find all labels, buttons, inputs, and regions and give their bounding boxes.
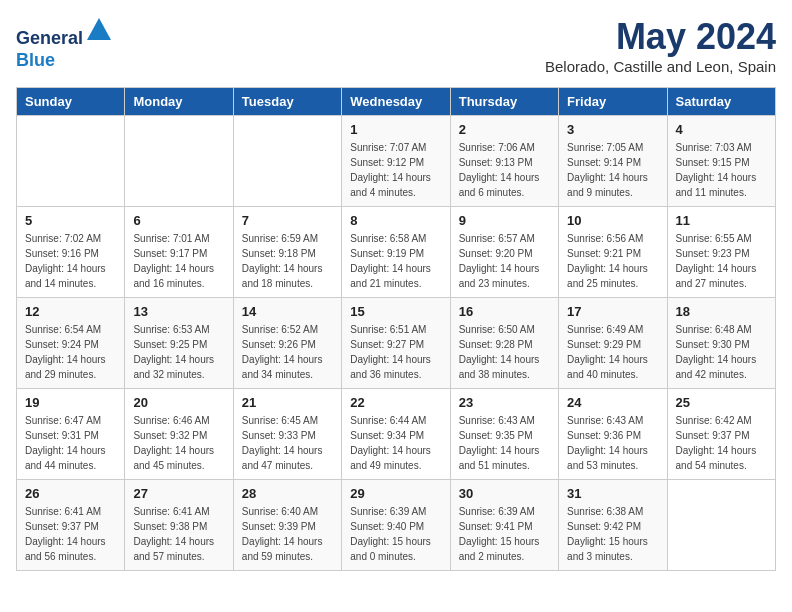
day-info: Sunrise: 6:59 AM Sunset: 9:18 PM Dayligh…: [242, 231, 333, 291]
page-header: General Blue May 2024 Belorado, Castille…: [16, 16, 776, 75]
calendar-cell-w0-d2: [233, 116, 341, 207]
day-info: Sunrise: 6:52 AM Sunset: 9:26 PM Dayligh…: [242, 322, 333, 382]
calendar-week-4: 26Sunrise: 6:41 AM Sunset: 9:37 PM Dayli…: [17, 480, 776, 571]
day-info: Sunrise: 6:40 AM Sunset: 9:39 PM Dayligh…: [242, 504, 333, 564]
calendar-cell-w3-d4: 23Sunrise: 6:43 AM Sunset: 9:35 PM Dayli…: [450, 389, 558, 480]
day-info: Sunrise: 6:43 AM Sunset: 9:36 PM Dayligh…: [567, 413, 658, 473]
day-number: 26: [25, 486, 116, 501]
day-info: Sunrise: 7:06 AM Sunset: 9:13 PM Dayligh…: [459, 140, 550, 200]
day-info: Sunrise: 6:42 AM Sunset: 9:37 PM Dayligh…: [676, 413, 767, 473]
header-wednesday: Wednesday: [342, 88, 450, 116]
calendar-week-3: 19Sunrise: 6:47 AM Sunset: 9:31 PM Dayli…: [17, 389, 776, 480]
day-info: Sunrise: 7:07 AM Sunset: 9:12 PM Dayligh…: [350, 140, 441, 200]
calendar-cell-w3-d6: 25Sunrise: 6:42 AM Sunset: 9:37 PM Dayli…: [667, 389, 775, 480]
logo-blue: Blue: [16, 50, 55, 70]
day-info: Sunrise: 6:41 AM Sunset: 9:37 PM Dayligh…: [25, 504, 116, 564]
day-number: 30: [459, 486, 550, 501]
day-info: Sunrise: 6:44 AM Sunset: 9:34 PM Dayligh…: [350, 413, 441, 473]
day-info: Sunrise: 6:38 AM Sunset: 9:42 PM Dayligh…: [567, 504, 658, 564]
calendar-cell-w4-d5: 31Sunrise: 6:38 AM Sunset: 9:42 PM Dayli…: [559, 480, 667, 571]
calendar-cell-w3-d3: 22Sunrise: 6:44 AM Sunset: 9:34 PM Dayli…: [342, 389, 450, 480]
calendar-week-2: 12Sunrise: 6:54 AM Sunset: 9:24 PM Dayli…: [17, 298, 776, 389]
calendar-cell-w2-d0: 12Sunrise: 6:54 AM Sunset: 9:24 PM Dayli…: [17, 298, 125, 389]
day-number: 29: [350, 486, 441, 501]
calendar-header-row: Sunday Monday Tuesday Wednesday Thursday…: [17, 88, 776, 116]
day-number: 14: [242, 304, 333, 319]
day-info: Sunrise: 6:56 AM Sunset: 9:21 PM Dayligh…: [567, 231, 658, 291]
day-number: 20: [133, 395, 224, 410]
calendar-cell-w0-d1: [125, 116, 233, 207]
header-sunday: Sunday: [17, 88, 125, 116]
calendar-cell-w3-d5: 24Sunrise: 6:43 AM Sunset: 9:36 PM Dayli…: [559, 389, 667, 480]
day-number: 13: [133, 304, 224, 319]
location-subtitle: Belorado, Castille and Leon, Spain: [545, 58, 776, 75]
day-info: Sunrise: 6:49 AM Sunset: 9:29 PM Dayligh…: [567, 322, 658, 382]
calendar-cell-w1-d1: 6Sunrise: 7:01 AM Sunset: 9:17 PM Daylig…: [125, 207, 233, 298]
day-info: Sunrise: 6:54 AM Sunset: 9:24 PM Dayligh…: [25, 322, 116, 382]
calendar-cell-w3-d2: 21Sunrise: 6:45 AM Sunset: 9:33 PM Dayli…: [233, 389, 341, 480]
header-saturday: Saturday: [667, 88, 775, 116]
calendar-cell-w2-d3: 15Sunrise: 6:51 AM Sunset: 9:27 PM Dayli…: [342, 298, 450, 389]
header-tuesday: Tuesday: [233, 88, 341, 116]
day-number: 15: [350, 304, 441, 319]
day-info: Sunrise: 6:48 AM Sunset: 9:30 PM Dayligh…: [676, 322, 767, 382]
calendar-cell-w3-d0: 19Sunrise: 6:47 AM Sunset: 9:31 PM Dayli…: [17, 389, 125, 480]
calendar-cell-w2-d4: 16Sunrise: 6:50 AM Sunset: 9:28 PM Dayli…: [450, 298, 558, 389]
day-number: 11: [676, 213, 767, 228]
title-block: May 2024 Belorado, Castille and Leon, Sp…: [545, 16, 776, 75]
day-info: Sunrise: 6:45 AM Sunset: 9:33 PM Dayligh…: [242, 413, 333, 473]
day-number: 18: [676, 304, 767, 319]
calendar-cell-w2-d5: 17Sunrise: 6:49 AM Sunset: 9:29 PM Dayli…: [559, 298, 667, 389]
day-info: Sunrise: 6:47 AM Sunset: 9:31 PM Dayligh…: [25, 413, 116, 473]
calendar-cell-w1-d5: 10Sunrise: 6:56 AM Sunset: 9:21 PM Dayli…: [559, 207, 667, 298]
day-info: Sunrise: 7:02 AM Sunset: 9:16 PM Dayligh…: [25, 231, 116, 291]
day-number: 28: [242, 486, 333, 501]
day-info: Sunrise: 6:50 AM Sunset: 9:28 PM Dayligh…: [459, 322, 550, 382]
day-number: 6: [133, 213, 224, 228]
day-info: Sunrise: 6:55 AM Sunset: 9:23 PM Dayligh…: [676, 231, 767, 291]
calendar-cell-w1-d0: 5Sunrise: 7:02 AM Sunset: 9:16 PM Daylig…: [17, 207, 125, 298]
day-info: Sunrise: 6:39 AM Sunset: 9:40 PM Dayligh…: [350, 504, 441, 564]
day-info: Sunrise: 6:57 AM Sunset: 9:20 PM Dayligh…: [459, 231, 550, 291]
header-friday: Friday: [559, 88, 667, 116]
logo-icon: [85, 16, 113, 44]
day-info: Sunrise: 7:05 AM Sunset: 9:14 PM Dayligh…: [567, 140, 658, 200]
day-number: 31: [567, 486, 658, 501]
day-info: Sunrise: 7:01 AM Sunset: 9:17 PM Dayligh…: [133, 231, 224, 291]
day-number: 23: [459, 395, 550, 410]
calendar-cell-w4-d3: 29Sunrise: 6:39 AM Sunset: 9:40 PM Dayli…: [342, 480, 450, 571]
header-thursday: Thursday: [450, 88, 558, 116]
day-number: 1: [350, 122, 441, 137]
day-number: 19: [25, 395, 116, 410]
svg-marker-0: [87, 18, 111, 40]
calendar-table: Sunday Monday Tuesday Wednesday Thursday…: [16, 87, 776, 571]
day-info: Sunrise: 6:46 AM Sunset: 9:32 PM Dayligh…: [133, 413, 224, 473]
calendar-cell-w1-d6: 11Sunrise: 6:55 AM Sunset: 9:23 PM Dayli…: [667, 207, 775, 298]
calendar-cell-w3-d1: 20Sunrise: 6:46 AM Sunset: 9:32 PM Dayli…: [125, 389, 233, 480]
calendar-week-0: 1Sunrise: 7:07 AM Sunset: 9:12 PM Daylig…: [17, 116, 776, 207]
calendar-cell-w4-d4: 30Sunrise: 6:39 AM Sunset: 9:41 PM Dayli…: [450, 480, 558, 571]
day-number: 5: [25, 213, 116, 228]
day-number: 12: [25, 304, 116, 319]
day-number: 9: [459, 213, 550, 228]
day-number: 3: [567, 122, 658, 137]
day-info: Sunrise: 6:39 AM Sunset: 9:41 PM Dayligh…: [459, 504, 550, 564]
day-number: 7: [242, 213, 333, 228]
day-number: 4: [676, 122, 767, 137]
day-number: 22: [350, 395, 441, 410]
calendar-cell-w2-d2: 14Sunrise: 6:52 AM Sunset: 9:26 PM Dayli…: [233, 298, 341, 389]
header-monday: Monday: [125, 88, 233, 116]
calendar-cell-w2-d1: 13Sunrise: 6:53 AM Sunset: 9:25 PM Dayli…: [125, 298, 233, 389]
calendar-cell-w2-d6: 18Sunrise: 6:48 AM Sunset: 9:30 PM Dayli…: [667, 298, 775, 389]
calendar-cell-w1-d4: 9Sunrise: 6:57 AM Sunset: 9:20 PM Daylig…: [450, 207, 558, 298]
calendar-cell-w4-d1: 27Sunrise: 6:41 AM Sunset: 9:38 PM Dayli…: [125, 480, 233, 571]
day-number: 21: [242, 395, 333, 410]
day-info: Sunrise: 7:03 AM Sunset: 9:15 PM Dayligh…: [676, 140, 767, 200]
day-info: Sunrise: 6:51 AM Sunset: 9:27 PM Dayligh…: [350, 322, 441, 382]
calendar-cell-w1-d3: 8Sunrise: 6:58 AM Sunset: 9:19 PM Daylig…: [342, 207, 450, 298]
day-number: 27: [133, 486, 224, 501]
month-title: May 2024: [545, 16, 776, 58]
logo-general: General: [16, 28, 83, 48]
calendar-cell-w0-d6: 4Sunrise: 7:03 AM Sunset: 9:15 PM Daylig…: [667, 116, 775, 207]
day-number: 24: [567, 395, 658, 410]
